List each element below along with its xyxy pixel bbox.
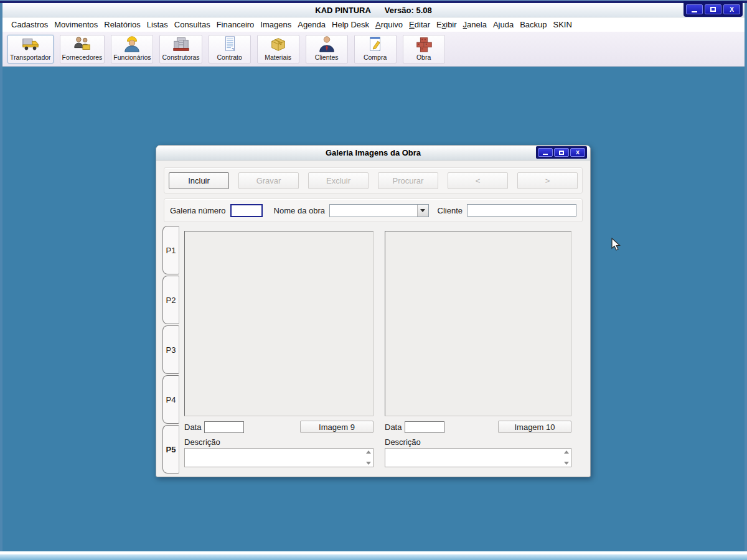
toolbar-button-funcionarios[interactable]: Funcionários bbox=[111, 35, 153, 63]
menu-item-editar[interactable]: Editar bbox=[406, 18, 433, 31]
scroll-down-icon[interactable] bbox=[564, 462, 569, 465]
toolbar-button-clientes[interactable]: Clientes bbox=[306, 35, 348, 63]
dialog-window-controls: X bbox=[536, 146, 587, 159]
contract-icon bbox=[220, 35, 239, 54]
menu-item-ajuda[interactable]: Ajuda bbox=[490, 18, 517, 31]
page-tabstrip: P1 P2 P3 P4 P5 bbox=[162, 226, 179, 475]
tab-p2[interactable]: P2 bbox=[162, 276, 179, 324]
nome-da-obra-label: Nome da obra bbox=[274, 206, 325, 215]
toolbar: Transportador Fornecedores Funcionários … bbox=[2, 32, 745, 67]
descricao-textarea-right[interactable] bbox=[385, 448, 571, 467]
desktop: KAD PINTURA Versão: 5.08 X Cadastros Mov… bbox=[0, 0, 747, 560]
dialog-title: Galeria Imagens da Obra bbox=[326, 148, 421, 157]
bricks-icon bbox=[415, 35, 433, 54]
maximize-icon bbox=[559, 151, 564, 155]
gravar-button: Gravar bbox=[238, 172, 299, 189]
data-input-right[interactable] bbox=[405, 421, 444, 433]
menu-item-listas[interactable]: Listas bbox=[144, 18, 171, 31]
cliente-input[interactable] bbox=[467, 204, 576, 217]
minimize-icon bbox=[692, 11, 697, 12]
descricao-label: Descrição bbox=[385, 437, 571, 447]
window-controls: X bbox=[684, 1, 743, 17]
dialog-minimize-button[interactable] bbox=[538, 148, 553, 157]
dialog-maximize-button[interactable] bbox=[554, 148, 569, 157]
toolbar-button-contrato[interactable]: Contrato bbox=[209, 35, 251, 63]
toolbar-label: Contrato bbox=[217, 54, 242, 61]
package-icon bbox=[269, 35, 288, 54]
toolbar-button-transportador[interactable]: Transportador bbox=[7, 35, 54, 63]
tab-p4[interactable]: P4 bbox=[162, 375, 179, 424]
data-label: Data bbox=[184, 422, 201, 432]
chevron-down-icon bbox=[420, 209, 425, 212]
suppliers-icon bbox=[73, 35, 92, 54]
imagem-9-button[interactable]: Imagem 9 bbox=[300, 421, 374, 433]
image-column-right: Data Imagem 10 Descrição bbox=[385, 231, 571, 467]
menu-item-relatorios[interactable]: Relatórios bbox=[101, 18, 144, 31]
data-input-left[interactable] bbox=[204, 421, 244, 433]
window-bottom-frame bbox=[0, 551, 747, 560]
menu-item-cadastros[interactable]: Cadastros bbox=[8, 18, 51, 31]
main-titlebar: KAD PINTURA Versão: 5.08 X bbox=[2, 3, 745, 17]
minimize-icon bbox=[543, 154, 548, 155]
scroll-up-icon[interactable] bbox=[366, 450, 371, 454]
menu-item-financeiro[interactable]: Financeiro bbox=[214, 18, 258, 31]
actions-panel: Incluir Gravar Excluir Procurar < > bbox=[164, 167, 583, 194]
menu-item-janela[interactable]: Janela bbox=[460, 18, 490, 31]
dialog-close-button[interactable]: X bbox=[570, 148, 585, 157]
procurar-button: Procurar bbox=[378, 172, 438, 189]
menu-item-agenda[interactable]: Agenda bbox=[294, 18, 329, 31]
client-icon bbox=[317, 35, 336, 54]
image-display-right bbox=[385, 231, 571, 416]
combo-dropdown-button[interactable] bbox=[417, 205, 428, 217]
menu-item-backup[interactable]: Backup bbox=[517, 18, 550, 31]
toolbar-label: Funcionários bbox=[113, 54, 151, 61]
toolbar-label: Materiais bbox=[265, 54, 291, 61]
tab-p3[interactable]: P3 bbox=[162, 325, 179, 374]
toolbar-button-obra[interactable]: Obra bbox=[403, 35, 445, 63]
previous-button: < bbox=[448, 172, 508, 189]
descricao-textarea-left[interactable] bbox=[184, 448, 374, 467]
toolbar-label: Compra bbox=[364, 54, 387, 61]
truck-icon bbox=[21, 35, 40, 54]
galeria-numero-input[interactable] bbox=[230, 204, 263, 217]
cliente-label: Cliente bbox=[438, 206, 463, 215]
toolbar-label: Fornecedores bbox=[62, 54, 103, 61]
maximize-button[interactable] bbox=[705, 4, 721, 14]
toolbar-label: Transportador bbox=[10, 54, 51, 61]
image-column-left: Data Imagem 9 Descrição bbox=[184, 231, 374, 467]
scroll-down-icon[interactable] bbox=[366, 462, 371, 465]
toolbar-button-compra[interactable]: Compra bbox=[354, 35, 397, 63]
menu-item-imagens[interactable]: Imagens bbox=[257, 18, 294, 31]
close-icon: X bbox=[730, 6, 734, 13]
minimize-button[interactable] bbox=[686, 4, 703, 14]
menu-item-skin[interactable]: SKIN bbox=[550, 18, 575, 31]
data-row-right: Data Imagem 10 bbox=[385, 421, 571, 433]
data-label: Data bbox=[385, 422, 402, 432]
toolbar-label: Clientes bbox=[315, 54, 339, 61]
close-button[interactable]: X bbox=[723, 4, 740, 14]
dialog-body: Incluir Gravar Excluir Procurar < > Gale… bbox=[156, 161, 590, 477]
toolbar-button-fornecedores[interactable]: Fornecedores bbox=[60, 35, 105, 63]
tab-p1[interactable]: P1 bbox=[162, 226, 179, 274]
scroll-up-icon[interactable] bbox=[564, 450, 569, 454]
app-title: KAD PINTURA bbox=[315, 6, 371, 15]
menu-item-exibir[interactable]: Exibir bbox=[433, 18, 460, 31]
menu-item-arquivo[interactable]: Arquivo bbox=[372, 18, 406, 31]
menu-item-movimentos[interactable]: Movimentos bbox=[51, 18, 101, 31]
toolbar-button-materiais[interactable]: Materiais bbox=[257, 35, 299, 63]
building-icon bbox=[172, 35, 190, 54]
close-icon: X bbox=[576, 149, 580, 156]
toolbar-button-construtoras[interactable]: Construtoras bbox=[159, 35, 202, 63]
data-row-left: Data Imagem 9 bbox=[184, 421, 374, 433]
app-version: Versão: 5.08 bbox=[385, 6, 432, 15]
dialog-titlebar: Galeria Imagens da Obra X bbox=[156, 146, 590, 161]
menu-item-consultas[interactable]: Consultas bbox=[171, 18, 214, 31]
imagem-10-button[interactable]: Imagem 10 bbox=[498, 421, 571, 433]
galeria-imagens-dialog: Galeria Imagens da Obra X Incluir Gravar… bbox=[156, 145, 591, 477]
tab-p5[interactable]: P5 bbox=[162, 425, 179, 474]
image-display-left bbox=[184, 231, 374, 416]
incluir-button[interactable]: Incluir bbox=[169, 172, 229, 189]
fields-panel: Galeria número Nome da obra Cliente bbox=[164, 198, 583, 222]
menu-item-helpdesk[interactable]: Help Desk bbox=[329, 18, 372, 31]
nome-da-obra-combobox[interactable] bbox=[329, 204, 429, 217]
